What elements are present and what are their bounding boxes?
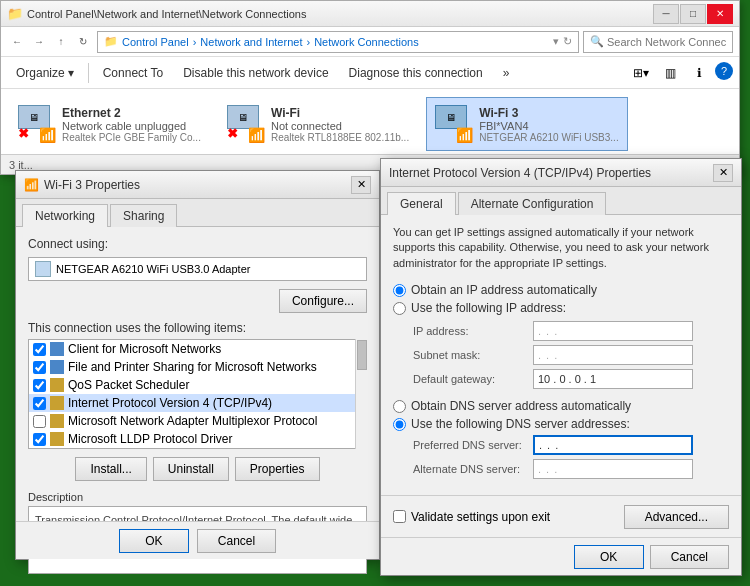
alternate-dns-row: Alternate DNS server: . . . xyxy=(413,459,729,479)
list-item-2[interactable]: QoS Packet Scheduler xyxy=(29,376,366,394)
connect-to-button[interactable]: Connect To xyxy=(94,60,173,86)
organize-button[interactable]: Organize ▾ xyxy=(7,60,83,86)
adapter-name: NETGEAR A6210 WiFi USB3.0 Adapter xyxy=(56,263,250,275)
item-2-icon xyxy=(50,378,64,392)
auto-ip-row[interactable]: Obtain an IP address automatically xyxy=(393,283,729,297)
configure-button[interactable]: Configure... xyxy=(279,289,367,313)
item-2-checkbox[interactable] xyxy=(33,379,46,392)
manual-ip-radio[interactable] xyxy=(393,302,406,315)
help-button[interactable]: ? xyxy=(715,62,733,80)
advanced-button[interactable]: Advanced... xyxy=(624,505,729,529)
item-4-checkbox[interactable] xyxy=(33,415,46,428)
search-input[interactable] xyxy=(607,36,726,48)
network-item-wifi3[interactable]: 🖥 📶 Wi-Fi 3 FBI*VAN4 NETGEAR A6210 WiFi … xyxy=(426,97,628,151)
list-item-5[interactable]: Microsoft LLDP Protocol Driver xyxy=(29,430,366,448)
tcpip-cancel-button[interactable]: Cancel xyxy=(650,545,729,569)
tab-general[interactable]: General xyxy=(387,192,456,215)
forward-button[interactable]: → xyxy=(29,32,49,52)
item-0-checkbox[interactable] xyxy=(33,343,46,356)
wifi-props-title-label: Wi-Fi 3 Properties xyxy=(44,178,140,192)
list-item-3[interactable]: Internet Protocol Version 4 (TCP/IPv4) xyxy=(29,394,366,412)
uninstall-button[interactable]: Uninstall xyxy=(153,457,229,481)
close-button[interactable]: ✕ xyxy=(707,4,733,24)
minimize-button[interactable]: ─ xyxy=(653,4,679,24)
addr-folder-icon: 📁 xyxy=(104,35,118,48)
tab-networking[interactable]: Networking xyxy=(22,204,108,227)
ethernet2-icon: 🖥 ✖ 📶 xyxy=(18,105,56,143)
validate-row: Validate settings upon exit xyxy=(393,510,550,524)
network-item-ethernet2[interactable]: 🖥 ✖ 📶 Ethernet 2 Network cable unplugged… xyxy=(9,97,210,151)
back-button[interactable]: ← xyxy=(7,32,27,52)
tab-alternate-config[interactable]: Alternate Configuration xyxy=(458,192,607,215)
manual-dns-label: Use the following DNS server addresses: xyxy=(411,417,630,431)
wifi-props-ok-button[interactable]: OK xyxy=(119,529,189,553)
item-2-label: QoS Packet Scheduler xyxy=(68,378,189,392)
manual-dns-row[interactable]: Use the following DNS server addresses: xyxy=(393,417,729,431)
tcpip-title-label: Internet Protocol Version 4 (TCP/IPv4) P… xyxy=(389,166,651,180)
list-item-6[interactable]: Internet Protocol Version 6 (TCP/IPv6) xyxy=(29,448,366,449)
ip-address-input[interactable]: . . . xyxy=(533,321,693,341)
wifi-status: Not connected xyxy=(271,120,409,132)
auto-dns-radio[interactable] xyxy=(393,400,406,413)
tcpip-description: You can get IP settings assigned automat… xyxy=(393,225,729,271)
item-0-icon xyxy=(50,342,64,356)
tcpip-ok-button[interactable]: OK xyxy=(574,545,644,569)
list-item-4[interactable]: Microsoft Network Adapter Multiplexor Pr… xyxy=(29,412,366,430)
view-change-view-button[interactable]: ⊞▾ xyxy=(628,62,654,84)
scrollbar-thumb xyxy=(357,340,367,370)
search-box[interactable]: 🔍 xyxy=(583,31,733,53)
ip-fields: IP address: . . . Subnet mask: . . . Def… xyxy=(413,321,729,389)
wifi-props-cancel-button[interactable]: Cancel xyxy=(197,529,276,553)
wifi-icon: 🖥 ✖ 📶 xyxy=(227,105,265,143)
refresh-button[interactable]: ↻ xyxy=(73,32,93,52)
gateway-input[interactable]: 10 . 0 . 0 . 1 xyxy=(533,369,693,389)
manual-ip-row[interactable]: Use the following IP address: xyxy=(393,301,729,315)
disable-network-button[interactable]: Disable this network device xyxy=(174,60,337,86)
addr-control-panel[interactable]: Control Panel xyxy=(122,36,189,48)
explorer-title-label: Control Panel\Network and Internet\Netwo… xyxy=(27,8,306,20)
items-list-scrollbar[interactable] xyxy=(355,339,367,449)
item-3-checkbox[interactable] xyxy=(33,397,46,410)
list-item-0[interactable]: Client for Microsoft Networks xyxy=(29,340,366,358)
auto-ip-radio[interactable] xyxy=(393,284,406,297)
item-1-checkbox[interactable] xyxy=(33,361,46,374)
auto-dns-row[interactable]: Obtain DNS server address automatically xyxy=(393,399,729,413)
nav-buttons: ← → ↑ ↻ xyxy=(7,32,93,52)
tab-sharing[interactable]: Sharing xyxy=(110,204,177,227)
manual-dns-radio[interactable] xyxy=(393,418,406,431)
install-button[interactable]: Install... xyxy=(75,457,146,481)
details-pane-button[interactable]: ℹ xyxy=(686,62,712,84)
properties-button[interactable]: Properties xyxy=(235,457,320,481)
addr-network-connections[interactable]: Network Connections xyxy=(314,36,419,48)
list-item-1[interactable]: File and Printer Sharing for Microsoft N… xyxy=(29,358,366,376)
tcpip-title-bar: Internet Protocol Version 4 (TCP/IPv4) P… xyxy=(381,159,741,187)
wifi-adapter: Realtek RTL8188EE 802.11b... xyxy=(271,132,409,143)
title-controls: ─ □ ✕ xyxy=(653,4,733,24)
addr-refresh-icon[interactable]: ↻ xyxy=(563,35,572,48)
item-5-checkbox[interactable] xyxy=(33,433,46,446)
item-1-label: File and Printer Sharing for Microsoft N… xyxy=(68,360,317,374)
more-button[interactable]: » xyxy=(494,60,519,86)
wifi-props-close-button[interactable]: ✕ xyxy=(351,176,371,194)
ethernet2-info: Ethernet 2 Network cable unplugged Realt… xyxy=(62,106,201,143)
tcpip-close-button[interactable]: ✕ xyxy=(713,164,733,182)
up-button[interactable]: ↑ xyxy=(51,32,71,52)
preview-pane-button[interactable]: ▥ xyxy=(657,62,683,84)
addr-network-internet[interactable]: Network and Internet xyxy=(200,36,302,48)
subnet-input[interactable]: . . . xyxy=(533,345,693,365)
wifi3-status: FBI*VAN4 xyxy=(479,120,619,132)
validate-checkbox[interactable] xyxy=(393,510,406,523)
addr-dropdown-icon[interactable]: ▾ xyxy=(553,35,559,48)
diagnose-button[interactable]: Diagnose this connection xyxy=(340,60,492,86)
maximize-button[interactable]: □ xyxy=(680,4,706,24)
organize-dropdown-icon: ▾ xyxy=(68,66,74,80)
preferred-dns-input[interactable]: . . . xyxy=(533,435,693,455)
address-path[interactable]: 📁 Control Panel › Network and Internet ›… xyxy=(97,31,579,53)
network-item-wifi[interactable]: 🖥 ✖ 📶 Wi-Fi Not connected Realtek RTL818… xyxy=(218,97,418,151)
alternate-dns-input[interactable]: . . . xyxy=(533,459,693,479)
wifi-props-footer: OK Cancel xyxy=(16,521,379,559)
gateway-row: Default gateway: 10 . 0 . 0 . 1 xyxy=(413,369,729,389)
explorer-title-bar: 📁 Control Panel\Network and Internet\Net… xyxy=(1,1,739,27)
explorer-window: 📁 Control Panel\Network and Internet\Net… xyxy=(0,0,740,175)
toolbar: Organize ▾ Connect To Disable this netwo… xyxy=(1,57,739,89)
